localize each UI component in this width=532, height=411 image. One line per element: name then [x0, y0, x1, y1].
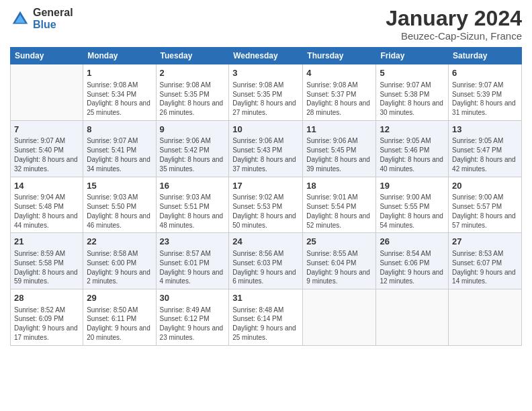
day-number: 1 — [87, 67, 152, 79]
day-info: Sunrise: 8:57 AMSunset: 6:01 PMDaylight:… — [160, 249, 226, 286]
day-info: Sunrise: 9:03 AMSunset: 5:51 PMDaylight:… — [160, 193, 226, 230]
day-header-saturday: Saturday — [449, 48, 522, 64]
day-number: 17 — [232, 180, 299, 192]
day-info: Sunrise: 9:00 AMSunset: 5:57 PMDaylight:… — [452, 193, 518, 230]
day-cell: 20 Sunrise: 9:00 AMSunset: 5:57 PMDaylig… — [449, 177, 522, 233]
day-cell — [303, 289, 376, 346]
day-number: 31 — [232, 292, 299, 304]
day-cell: 27 Sunrise: 8:53 AMSunset: 6:07 PMDaylig… — [449, 233, 522, 289]
day-header-friday: Friday — [376, 48, 449, 64]
day-cell: 3 Sunrise: 9:08 AMSunset: 5:35 PMDayligh… — [229, 64, 303, 121]
day-cell: 23 Sunrise: 8:57 AMSunset: 6:01 PMDaylig… — [156, 233, 229, 289]
week-row-4: 21 Sunrise: 8:59 AMSunset: 5:58 PMDaylig… — [11, 233, 522, 289]
day-cell: 29 Sunrise: 8:50 AMSunset: 6:11 PMDaylig… — [83, 289, 156, 346]
day-number: 3 — [232, 67, 299, 79]
day-cell: 19 Sunrise: 9:00 AMSunset: 5:55 PMDaylig… — [376, 177, 449, 233]
day-info: Sunrise: 9:01 AMSunset: 5:54 PMDaylight:… — [306, 193, 372, 230]
day-number: 25 — [306, 236, 372, 248]
day-cell: 14 Sunrise: 9:04 AMSunset: 5:48 PMDaylig… — [11, 177, 83, 233]
day-number: 12 — [380, 124, 445, 136]
day-info: Sunrise: 8:55 AMSunset: 6:04 PMDaylight:… — [306, 249, 372, 286]
day-info: Sunrise: 9:05 AMSunset: 5:47 PMDaylight:… — [452, 136, 518, 173]
day-info: Sunrise: 8:58 AMSunset: 6:00 PMDaylight:… — [87, 249, 152, 286]
day-number: 4 — [306, 67, 372, 79]
day-cell: 24 Sunrise: 8:56 AMSunset: 6:03 PMDaylig… — [229, 233, 303, 289]
day-info: Sunrise: 8:56 AMSunset: 6:03 PMDaylight:… — [232, 249, 299, 286]
day-header-thursday: Thursday — [303, 48, 376, 64]
day-number: 28 — [14, 292, 79, 304]
month-title: January 2024 — [386, 7, 522, 30]
day-info: Sunrise: 9:07 AMSunset: 5:38 PMDaylight:… — [380, 81, 445, 118]
day-cell: 7 Sunrise: 9:07 AMSunset: 5:40 PMDayligh… — [11, 120, 83, 177]
day-cell: 21 Sunrise: 8:59 AMSunset: 5:58 PMDaylig… — [11, 233, 83, 289]
day-info: Sunrise: 9:00 AMSunset: 5:55 PMDaylight:… — [380, 193, 445, 230]
day-cell: 31 Sunrise: 8:48 AMSunset: 6:14 PMDaylig… — [229, 289, 303, 346]
day-info: Sunrise: 9:02 AMSunset: 5:53 PMDaylight:… — [232, 193, 299, 230]
page-header: General Blue January 2024 Beuzec-Cap-Siz… — [10, 7, 522, 42]
day-number: 30 — [160, 292, 226, 304]
week-row-5: 28 Sunrise: 8:52 AMSunset: 6:09 PMDaylig… — [11, 289, 522, 346]
day-number: 29 — [87, 292, 152, 304]
day-cell: 9 Sunrise: 9:06 AMSunset: 5:42 PMDayligh… — [156, 120, 229, 177]
day-cell: 8 Sunrise: 9:07 AMSunset: 5:41 PMDayligh… — [83, 120, 156, 177]
day-number: 14 — [14, 180, 79, 192]
day-cell: 2 Sunrise: 9:08 AMSunset: 5:35 PMDayligh… — [156, 64, 229, 121]
day-number: 11 — [306, 124, 372, 136]
day-header-sunday: Sunday — [11, 48, 83, 64]
day-info: Sunrise: 8:53 AMSunset: 6:07 PMDaylight:… — [452, 249, 518, 286]
day-number: 5 — [380, 67, 445, 79]
day-cell: 11 Sunrise: 9:06 AMSunset: 5:45 PMDaylig… — [303, 120, 376, 177]
day-info: Sunrise: 9:06 AMSunset: 5:45 PMDaylight:… — [306, 136, 372, 173]
day-cell: 26 Sunrise: 8:54 AMSunset: 6:06 PMDaylig… — [376, 233, 449, 289]
week-row-2: 7 Sunrise: 9:07 AMSunset: 5:40 PMDayligh… — [11, 120, 522, 177]
day-number: 9 — [160, 124, 226, 136]
week-row-1: 1 Sunrise: 9:08 AMSunset: 5:34 PMDayligh… — [11, 64, 522, 121]
day-number: 13 — [452, 124, 518, 136]
day-info: Sunrise: 9:06 AMSunset: 5:43 PMDaylight:… — [232, 136, 299, 173]
logo: General Blue — [10, 7, 73, 31]
day-info: Sunrise: 9:07 AMSunset: 5:39 PMDaylight:… — [452, 81, 518, 118]
day-cell: 1 Sunrise: 9:08 AMSunset: 5:34 PMDayligh… — [83, 64, 156, 121]
day-info: Sunrise: 9:04 AMSunset: 5:48 PMDaylight:… — [14, 193, 79, 230]
day-number: 27 — [452, 236, 518, 248]
day-cell: 30 Sunrise: 8:49 AMSunset: 6:12 PMDaylig… — [156, 289, 229, 346]
day-number: 10 — [232, 124, 299, 136]
day-cell: 18 Sunrise: 9:01 AMSunset: 5:54 PMDaylig… — [303, 177, 376, 233]
day-number: 26 — [380, 236, 445, 248]
day-number: 15 — [87, 180, 152, 192]
day-cell: 6 Sunrise: 9:07 AMSunset: 5:39 PMDayligh… — [449, 64, 522, 121]
day-number: 16 — [160, 180, 226, 192]
day-header-monday: Monday — [83, 48, 156, 64]
day-cell: 25 Sunrise: 8:55 AMSunset: 6:04 PMDaylig… — [303, 233, 376, 289]
day-number: 8 — [87, 124, 152, 136]
day-number: 7 — [14, 124, 79, 136]
day-info: Sunrise: 9:05 AMSunset: 5:46 PMDaylight:… — [380, 136, 445, 173]
day-cell — [449, 289, 522, 346]
day-cell: 22 Sunrise: 8:58 AMSunset: 6:00 PMDaylig… — [83, 233, 156, 289]
day-number: 6 — [452, 67, 518, 79]
day-info: Sunrise: 9:08 AMSunset: 5:37 PMDaylight:… — [306, 81, 372, 118]
day-info: Sunrise: 9:08 AMSunset: 5:34 PMDaylight:… — [87, 81, 152, 118]
day-number: 18 — [306, 180, 372, 192]
day-cell: 10 Sunrise: 9:06 AMSunset: 5:43 PMDaylig… — [229, 120, 303, 177]
day-number: 20 — [452, 180, 518, 192]
day-cell: 13 Sunrise: 9:05 AMSunset: 5:47 PMDaylig… — [449, 120, 522, 177]
day-number: 2 — [160, 67, 226, 79]
logo-text: General Blue — [33, 7, 73, 31]
day-header-row: SundayMondayTuesdayWednesdayThursdayFrid… — [11, 48, 522, 64]
day-cell: 16 Sunrise: 9:03 AMSunset: 5:51 PMDaylig… — [156, 177, 229, 233]
day-number: 23 — [160, 236, 226, 248]
day-number: 24 — [232, 236, 299, 248]
day-header-wednesday: Wednesday — [229, 48, 303, 64]
day-cell — [376, 289, 449, 346]
day-cell: 15 Sunrise: 9:03 AMSunset: 5:50 PMDaylig… — [83, 177, 156, 233]
location: Beuzec-Cap-Sizun, France — [386, 30, 522, 42]
day-number: 21 — [14, 236, 79, 248]
logo-icon — [10, 9, 30, 29]
day-cell: 5 Sunrise: 9:07 AMSunset: 5:38 PMDayligh… — [376, 64, 449, 121]
day-cell: 28 Sunrise: 8:52 AMSunset: 6:09 PMDaylig… — [11, 289, 83, 346]
day-cell — [11, 64, 83, 121]
day-info: Sunrise: 9:03 AMSunset: 5:50 PMDaylight:… — [87, 193, 152, 230]
day-info: Sunrise: 8:50 AMSunset: 6:11 PMDaylight:… — [87, 306, 152, 342]
calendar-table: SundayMondayTuesdayWednesdayThursdayFrid… — [10, 47, 522, 346]
